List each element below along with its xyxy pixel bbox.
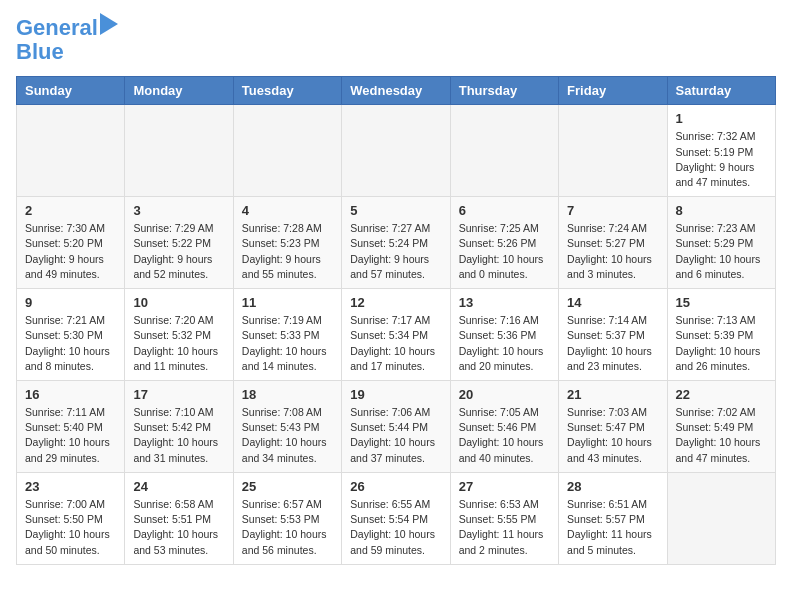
calendar-cell: 2Sunrise: 7:30 AM Sunset: 5:20 PM Daylig… — [17, 197, 125, 289]
calendar-cell: 7Sunrise: 7:24 AM Sunset: 5:27 PM Daylig… — [559, 197, 667, 289]
calendar-cell: 18Sunrise: 7:08 AM Sunset: 5:43 PM Dayli… — [233, 381, 341, 473]
calendar-header-saturday: Saturday — [667, 77, 775, 105]
calendar-header-wednesday: Wednesday — [342, 77, 450, 105]
calendar-cell: 27Sunrise: 6:53 AM Sunset: 5:55 PM Dayli… — [450, 472, 558, 564]
day-number: 26 — [350, 479, 441, 494]
calendar-cell — [667, 472, 775, 564]
day-number: 7 — [567, 203, 658, 218]
calendar-cell: 8Sunrise: 7:23 AM Sunset: 5:29 PM Daylig… — [667, 197, 775, 289]
day-number: 24 — [133, 479, 224, 494]
day-info: Sunrise: 7:23 AM Sunset: 5:29 PM Dayligh… — [676, 221, 767, 282]
calendar-cell: 13Sunrise: 7:16 AM Sunset: 5:36 PM Dayli… — [450, 289, 558, 381]
day-info: Sunrise: 7:14 AM Sunset: 5:37 PM Dayligh… — [567, 313, 658, 374]
day-info: Sunrise: 7:25 AM Sunset: 5:26 PM Dayligh… — [459, 221, 550, 282]
day-info: Sunrise: 7:21 AM Sunset: 5:30 PM Dayligh… — [25, 313, 116, 374]
calendar-table: SundayMondayTuesdayWednesdayThursdayFrid… — [16, 76, 776, 564]
day-info: Sunrise: 6:57 AM Sunset: 5:53 PM Dayligh… — [242, 497, 333, 558]
day-number: 1 — [676, 111, 767, 126]
calendar-cell: 5Sunrise: 7:27 AM Sunset: 5:24 PM Daylig… — [342, 197, 450, 289]
day-info: Sunrise: 7:16 AM Sunset: 5:36 PM Dayligh… — [459, 313, 550, 374]
day-number: 27 — [459, 479, 550, 494]
day-number: 28 — [567, 479, 658, 494]
day-info: Sunrise: 6:51 AM Sunset: 5:57 PM Dayligh… — [567, 497, 658, 558]
calendar-cell: 23Sunrise: 7:00 AM Sunset: 5:50 PM Dayli… — [17, 472, 125, 564]
day-number: 2 — [25, 203, 116, 218]
day-info: Sunrise: 7:13 AM Sunset: 5:39 PM Dayligh… — [676, 313, 767, 374]
day-number: 6 — [459, 203, 550, 218]
logo: General Blue — [16, 16, 118, 64]
calendar-cell: 11Sunrise: 7:19 AM Sunset: 5:33 PM Dayli… — [233, 289, 341, 381]
calendar-cell — [450, 105, 558, 197]
day-info: Sunrise: 6:53 AM Sunset: 5:55 PM Dayligh… — [459, 497, 550, 558]
calendar-cell: 15Sunrise: 7:13 AM Sunset: 5:39 PM Dayli… — [667, 289, 775, 381]
calendar-cell — [342, 105, 450, 197]
calendar-cell: 10Sunrise: 7:20 AM Sunset: 5:32 PM Dayli… — [125, 289, 233, 381]
calendar-cell: 25Sunrise: 6:57 AM Sunset: 5:53 PM Dayli… — [233, 472, 341, 564]
calendar-cell: 4Sunrise: 7:28 AM Sunset: 5:23 PM Daylig… — [233, 197, 341, 289]
calendar-cell: 9Sunrise: 7:21 AM Sunset: 5:30 PM Daylig… — [17, 289, 125, 381]
day-info: Sunrise: 6:58 AM Sunset: 5:51 PM Dayligh… — [133, 497, 224, 558]
day-info: Sunrise: 7:03 AM Sunset: 5:47 PM Dayligh… — [567, 405, 658, 466]
day-number: 11 — [242, 295, 333, 310]
day-info: Sunrise: 6:55 AM Sunset: 5:54 PM Dayligh… — [350, 497, 441, 558]
day-info: Sunrise: 7:10 AM Sunset: 5:42 PM Dayligh… — [133, 405, 224, 466]
day-info: Sunrise: 7:00 AM Sunset: 5:50 PM Dayligh… — [25, 497, 116, 558]
svg-marker-0 — [100, 13, 118, 35]
day-info: Sunrise: 7:28 AM Sunset: 5:23 PM Dayligh… — [242, 221, 333, 282]
day-info: Sunrise: 7:02 AM Sunset: 5:49 PM Dayligh… — [676, 405, 767, 466]
calendar-header-row: SundayMondayTuesdayWednesdayThursdayFrid… — [17, 77, 776, 105]
calendar-cell — [17, 105, 125, 197]
day-number: 9 — [25, 295, 116, 310]
day-info: Sunrise: 7:30 AM Sunset: 5:20 PM Dayligh… — [25, 221, 116, 282]
calendar-week-row-3: 9Sunrise: 7:21 AM Sunset: 5:30 PM Daylig… — [17, 289, 776, 381]
calendar-header-thursday: Thursday — [450, 77, 558, 105]
calendar-cell: 3Sunrise: 7:29 AM Sunset: 5:22 PM Daylig… — [125, 197, 233, 289]
calendar-cell: 1Sunrise: 7:32 AM Sunset: 5:19 PM Daylig… — [667, 105, 775, 197]
day-number: 15 — [676, 295, 767, 310]
calendar-week-row-4: 16Sunrise: 7:11 AM Sunset: 5:40 PM Dayli… — [17, 381, 776, 473]
calendar-cell: 21Sunrise: 7:03 AM Sunset: 5:47 PM Dayli… — [559, 381, 667, 473]
calendar-cell: 20Sunrise: 7:05 AM Sunset: 5:46 PM Dayli… — [450, 381, 558, 473]
day-number: 17 — [133, 387, 224, 402]
day-info: Sunrise: 7:20 AM Sunset: 5:32 PM Dayligh… — [133, 313, 224, 374]
calendar-cell: 28Sunrise: 6:51 AM Sunset: 5:57 PM Dayli… — [559, 472, 667, 564]
calendar-header-friday: Friday — [559, 77, 667, 105]
calendar-cell: 17Sunrise: 7:10 AM Sunset: 5:42 PM Dayli… — [125, 381, 233, 473]
page-header: General Blue — [16, 16, 776, 64]
calendar-cell: 16Sunrise: 7:11 AM Sunset: 5:40 PM Dayli… — [17, 381, 125, 473]
day-number: 21 — [567, 387, 658, 402]
day-info: Sunrise: 7:06 AM Sunset: 5:44 PM Dayligh… — [350, 405, 441, 466]
day-number: 14 — [567, 295, 658, 310]
calendar-cell: 14Sunrise: 7:14 AM Sunset: 5:37 PM Dayli… — [559, 289, 667, 381]
day-number: 8 — [676, 203, 767, 218]
calendar-header-monday: Monday — [125, 77, 233, 105]
calendar-header-tuesday: Tuesday — [233, 77, 341, 105]
calendar-cell: 22Sunrise: 7:02 AM Sunset: 5:49 PM Dayli… — [667, 381, 775, 473]
day-number: 20 — [459, 387, 550, 402]
day-info: Sunrise: 7:11 AM Sunset: 5:40 PM Dayligh… — [25, 405, 116, 466]
calendar-cell: 6Sunrise: 7:25 AM Sunset: 5:26 PM Daylig… — [450, 197, 558, 289]
calendar-week-row-2: 2Sunrise: 7:30 AM Sunset: 5:20 PM Daylig… — [17, 197, 776, 289]
calendar-cell: 24Sunrise: 6:58 AM Sunset: 5:51 PM Dayli… — [125, 472, 233, 564]
day-info: Sunrise: 7:29 AM Sunset: 5:22 PM Dayligh… — [133, 221, 224, 282]
day-number: 5 — [350, 203, 441, 218]
calendar-header-sunday: Sunday — [17, 77, 125, 105]
day-number: 19 — [350, 387, 441, 402]
day-number: 10 — [133, 295, 224, 310]
calendar-cell: 19Sunrise: 7:06 AM Sunset: 5:44 PM Dayli… — [342, 381, 450, 473]
calendar-cell — [125, 105, 233, 197]
day-info: Sunrise: 7:27 AM Sunset: 5:24 PM Dayligh… — [350, 221, 441, 282]
day-number: 23 — [25, 479, 116, 494]
day-number: 4 — [242, 203, 333, 218]
day-number: 12 — [350, 295, 441, 310]
day-number: 25 — [242, 479, 333, 494]
calendar-cell — [233, 105, 341, 197]
logo-arrow-icon — [100, 13, 118, 35]
day-info: Sunrise: 7:32 AM Sunset: 5:19 PM Dayligh… — [676, 129, 767, 190]
calendar-week-row-5: 23Sunrise: 7:00 AM Sunset: 5:50 PM Dayli… — [17, 472, 776, 564]
day-number: 22 — [676, 387, 767, 402]
calendar-cell: 26Sunrise: 6:55 AM Sunset: 5:54 PM Dayli… — [342, 472, 450, 564]
day-info: Sunrise: 7:19 AM Sunset: 5:33 PM Dayligh… — [242, 313, 333, 374]
calendar-cell — [559, 105, 667, 197]
calendar-cell: 12Sunrise: 7:17 AM Sunset: 5:34 PM Dayli… — [342, 289, 450, 381]
